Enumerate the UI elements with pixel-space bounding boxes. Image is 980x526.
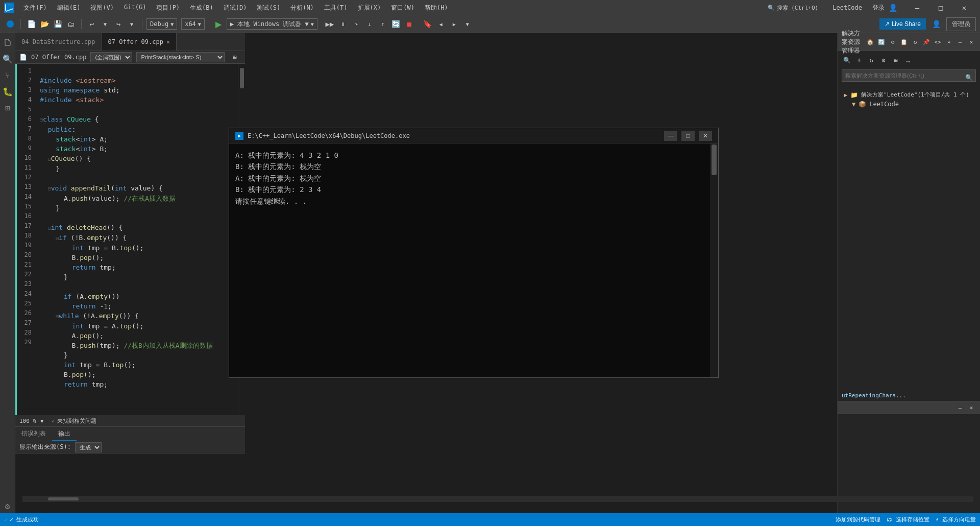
output-tabs: 错误列表 输出 — [15, 427, 245, 441]
menu-build[interactable]: 生成(B) — [185, 2, 218, 14]
scrollbar-thumb[interactable] — [240, 68, 244, 88]
bookmark-prev[interactable]: ◀ — [435, 18, 447, 30]
settings-icon[interactable]: ⚙ — [1, 499, 15, 513]
explorer-icon[interactable] — [1, 35, 15, 50]
project-icon: 📦 — [859, 101, 866, 108]
menu-extensions[interactable]: 扩展(X) — [353, 2, 386, 14]
panel-refresh-icon[interactable]: 🔄 — [877, 37, 886, 46]
se-more-btn[interactable]: … — [903, 55, 913, 65]
project-item[interactable]: ▼ 📦 LeetCode — [842, 100, 976, 109]
liveshare-icon: ↗ — [885, 20, 890, 28]
se-add-btn[interactable]: + — [854, 55, 864, 65]
console-scrollbar-thumb[interactable] — [712, 145, 717, 175]
restart-btn[interactable]: 🔄 — [390, 18, 402, 30]
continue-btn[interactable]: ▶▶ — [324, 18, 336, 30]
panel-minimize-icon[interactable]: ✕ — [967, 37, 976, 46]
tab-datastructure[interactable]: 04 DataStructure.cpp — [15, 33, 102, 51]
search-activity-icon[interactable]: 🔍 — [1, 52, 15, 66]
bookmark-menu[interactable]: ▼ — [461, 18, 474, 30]
panel-collapse-icon[interactable]: — — [955, 37, 965, 46]
rpb-collapse-icon[interactable]: — — [955, 403, 965, 412]
status-check-icon: ✓ — [52, 418, 55, 424]
se-refresh-btn[interactable]: ↻ — [866, 55, 876, 65]
tab-datastructure-label: 04 DataStructure.cpp — [21, 38, 95, 45]
undo-arrow[interactable]: ▼ — [99, 18, 111, 30]
title-bar: 文件(F) 编辑(E) 视图(V) Git(G) 项目(P) 生成(B) 调试(… — [0, 0, 980, 15]
code-content[interactable]: #include <iostream> using namespace std;… — [36, 64, 238, 415]
console-maximize-btn[interactable]: □ — [681, 131, 695, 141]
source-control-status[interactable]: 添加到源代码管理 — [836, 516, 880, 523]
direction-status[interactable]: ⚡ 选择方向电量 — [936, 516, 976, 523]
save-btn[interactable]: 💾 — [52, 18, 64, 30]
maximize-button[interactable]: □ — [929, 0, 952, 15]
new-file-btn[interactable]: 📄 — [25, 18, 37, 30]
solution-item[interactable]: ▶ 📁 解决方案"LeetCode"(1个项目/共 1 个) — [842, 90, 976, 100]
close-button[interactable]: ✕ — [952, 0, 976, 15]
bookmark-next[interactable]: ▶ — [448, 18, 460, 30]
step-out-btn[interactable]: ↑ — [377, 18, 389, 30]
se-search-btn[interactable]: 🔍 — [842, 55, 852, 65]
menu-window[interactable]: 窗口(W) — [386, 2, 420, 14]
debug-config-dropdown[interactable]: Debug ▼ — [146, 18, 177, 30]
menu-tools[interactable]: 工具(T) — [319, 2, 353, 14]
undo-btn[interactable]: ↩ — [86, 18, 98, 30]
debug-activity-icon[interactable]: 🐛 — [1, 84, 15, 99]
extensions-icon[interactable]: ⊞ — [1, 101, 15, 115]
storage-status[interactable]: 🗂 选择存储位置 — [887, 516, 929, 523]
menu-debug[interactable]: 调试(D) — [218, 2, 252, 14]
tab-offer09[interactable]: 07 Offer 09.cpp ✕ — [102, 33, 177, 51]
step-over-btn[interactable]: ↷ — [350, 18, 362, 30]
console-close-btn[interactable]: ✕ — [699, 131, 712, 141]
output-source-select[interactable]: 生成 — [75, 442, 102, 452]
open-file-btn[interactable]: 📂 — [38, 18, 51, 30]
panel-sync-icon[interactable]: ↻ — [911, 37, 920, 46]
zoom-arrow[interactable]: ▼ — [40, 418, 43, 424]
redo-arrow[interactable]: ▼ — [126, 18, 138, 30]
console-scrollbar[interactable] — [710, 144, 718, 377]
admin-button[interactable]: 管理员 — [946, 17, 976, 31]
menu-edit[interactable]: 编辑(E) — [52, 2, 86, 14]
liveshare-button[interactable]: ↗ Live Share — [879, 18, 926, 30]
se-settings-btn[interactable]: ⚙ — [878, 55, 889, 65]
scope-select[interactable]: (全局范围) — [90, 52, 132, 62]
stop-btn[interactable]: ■ — [403, 18, 415, 30]
hscrollbar[interactable] — [22, 496, 973, 502]
menu-project[interactable]: 项目(P) — [151, 2, 185, 14]
save-all-btn[interactable]: 🗂 — [65, 18, 77, 30]
platform-dropdown[interactable]: x64 ▼ — [181, 18, 205, 30]
run-button[interactable]: ▶ — [213, 19, 224, 29]
solution-search-input[interactable] — [842, 69, 976, 82]
menu-view[interactable]: 视图(V) — [85, 2, 119, 14]
hscrollbar-thumb[interactable] — [48, 497, 79, 500]
panel-pin-icon[interactable]: 📌 — [922, 37, 931, 46]
panel-code-icon[interactable]: <> — [933, 37, 942, 46]
redo-btn[interactable]: ↪ — [112, 18, 125, 30]
bookmark-btn[interactable]: 🔖 — [422, 18, 434, 30]
separator-4 — [209, 19, 209, 29]
search-bar[interactable]: 🔍 搜索 (Ctrl+Q) — [764, 3, 823, 13]
menu-test[interactable]: 测试(S) — [252, 2, 285, 14]
console-minimize-btn[interactable]: — — [664, 131, 677, 141]
source-control-icon[interactable]: ⑂ — [1, 68, 15, 82]
se-filter-btn[interactable]: ⊞ — [891, 55, 901, 65]
tab-error-list[interactable]: 错误列表 — [15, 427, 52, 440]
menu-git[interactable]: Git(G) — [119, 2, 151, 14]
minimize-button[interactable]: — — [905, 0, 929, 15]
rpb-minimize-icon[interactable]: ✕ — [967, 403, 976, 412]
liveshare-user-icon[interactable]: 👤 — [930, 18, 942, 30]
pause-btn[interactable]: ⏸ — [337, 18, 349, 30]
run-dropdown[interactable]: ▶ 本地 Windows 调试器 ▼ ▼ — [227, 18, 317, 30]
tab-offer09-close[interactable]: ✕ — [166, 38, 170, 45]
tab-output[interactable]: 输出 — [52, 427, 77, 441]
menu-file[interactable]: 文件(F) — [18, 2, 52, 14]
panel-arrow-icon[interactable]: » — [944, 37, 953, 46]
step-into-btn[interactable]: ↓ — [363, 18, 376, 30]
menu-help[interactable]: 帮助(H) — [420, 2, 453, 14]
panel-settings-icon[interactable]: ⚙ — [888, 37, 897, 46]
menu-analyze[interactable]: 分析(N) — [285, 2, 319, 14]
split-editor-btn[interactable]: ⊞ — [229, 51, 241, 63]
panel-copy-icon[interactable]: 📋 — [899, 37, 909, 46]
login-button[interactable]: 登录 — [872, 4, 885, 12]
function-select[interactable]: PrintStack(stack<int> S) — [136, 52, 225, 62]
panel-home-icon[interactable]: 🏠 — [866, 37, 875, 46]
